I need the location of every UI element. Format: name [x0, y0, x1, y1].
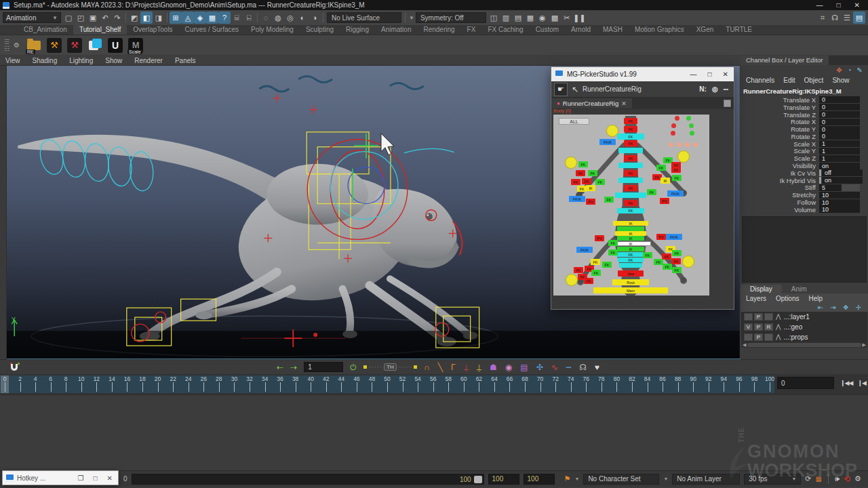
- picker-dot-button[interactable]: [686, 116, 691, 121]
- picker-maximize-button[interactable]: □: [708, 70, 712, 78]
- picker-ctrl-button-fk[interactable]: FK: [595, 179, 605, 185]
- red-character-shelf-icon[interactable]: ⚒: [66, 37, 83, 54]
- maximize-button[interactable]: □: [837, 1, 841, 9]
- shelf-tab-fx-caching[interactable]: FX Caching: [481, 24, 529, 35]
- shelf-tab-tutorial-shelf[interactable]: Tutorial_Shelf: [73, 24, 127, 35]
- move-layer-down-icon[interactable]: ⇥: [830, 304, 835, 311]
- empty-layer-icon[interactable]: ❖: [843, 304, 849, 311]
- timeline-tick[interactable]: [663, 382, 663, 392]
- hotkey-close-button[interactable]: ✕: [107, 474, 113, 482]
- layer-row[interactable]: P⋀...:props: [741, 332, 867, 342]
- shelf-tab-motion-graphics[interactable]: Motion Graphics: [629, 24, 690, 35]
- picker-title-bar[interactable]: MG-PickerStudio v1.99 — □ ✕: [551, 67, 734, 81]
- orange-character-shelf-icon[interactable]: ⚒: [45, 37, 63, 54]
- channel-value-field[interactable]: 10: [819, 206, 860, 213]
- redo-icon[interactable]: ↷: [111, 12, 123, 24]
- heart-icon[interactable]: ♥: [595, 363, 599, 372]
- picker-spine-button[interactable]: FK: [616, 252, 645, 257]
- channel-value-field[interactable]: 10: [819, 192, 860, 199]
- picker-ctrl-button-fk[interactable]: FK: [577, 186, 587, 192]
- picker-ctrl-button-fk[interactable]: FK: [663, 264, 672, 270]
- snap-grid-icon[interactable]: ⊞: [170, 12, 182, 24]
- shelf-tab-rigging[interactable]: Rigging: [340, 24, 375, 35]
- picker-spine-button[interactable]: FK: [624, 200, 637, 206]
- viewport-menu-show[interactable]: Show: [105, 57, 122, 64]
- linear-curve-icon[interactable]: ╲: [438, 363, 443, 372]
- timeline-tick[interactable]: [403, 382, 403, 392]
- timeline-tick[interactable]: [326, 382, 327, 392]
- timeline-tick[interactable]: [265, 382, 266, 392]
- picker-circle-button[interactable]: [606, 125, 618, 137]
- channel-value-field[interactable]: 0: [819, 111, 860, 118]
- channel-box-menu-edit[interactable]: Edit: [783, 77, 795, 84]
- range-slider[interactable]: 100: [132, 474, 484, 485]
- picker-dot-button[interactable]: [671, 131, 675, 136]
- more-icon[interactable]: •••: [566, 365, 571, 369]
- snap-point-icon[interactable]: ◈: [194, 12, 206, 24]
- picker-ctrl-button-pv[interactable]: PV: [595, 235, 604, 241]
- pause-icon[interactable]: ❚❚: [573, 12, 585, 24]
- picker-circle-button[interactable]: [565, 157, 577, 169]
- timeline-tick[interactable]: [724, 382, 724, 392]
- hyperbolic-icon[interactable]: ✎: [857, 66, 863, 75]
- picker-spine-button[interactable]: Root: [612, 279, 649, 285]
- channel-value-field[interactable]: 0: [819, 104, 860, 110]
- history-icon[interactable]: ◎: [284, 12, 296, 24]
- output-ops-icon[interactable]: ◍: [272, 12, 284, 24]
- picker-spine-button[interactable]: FK: [617, 134, 644, 140]
- hotkey-window[interactable]: Hotkey ... ❐ □ ✕: [2, 470, 119, 485]
- timeline-ruler[interactable]: 0246810121416182022242628303234363840424…: [0, 375, 774, 393]
- picker-hand-tool-button[interactable]: ☛: [554, 83, 568, 96]
- animation-end-field[interactable]: 100: [524, 474, 555, 485]
- channel-value-field[interactable]: 0: [819, 126, 860, 133]
- picker-ctrl-button-fk[interactable]: FK: [647, 189, 656, 195]
- minimize-button[interactable]: —: [816, 1, 823, 9]
- picker-spine-button[interactable]: FK: [617, 208, 644, 214]
- animlayer-arrow-icon[interactable]: ▼: [663, 476, 668, 481]
- picker-ctrl-button-ik[interactable]: IK: [660, 178, 670, 184]
- timeline-tick[interactable]: [709, 382, 709, 392]
- channel-value-field[interactable]: 1: [819, 148, 860, 155]
- menu-set-dropdown[interactable]: Animation▼: [3, 12, 61, 23]
- shelf-tab-custom[interactable]: Custom: [530, 24, 565, 35]
- picker-ctrl-button-fk[interactable]: FK: [654, 259, 663, 265]
- construction-icon[interactable]: ◐: [296, 12, 309, 24]
- picker-dot-button[interactable]: [693, 142, 698, 147]
- picker-ctrl-button-fkik[interactable]: FKIK: [569, 196, 585, 202]
- picker-ctrl-button-fk[interactable]: FK: [672, 175, 682, 181]
- shelf-tab-overlaptools[interactable]: OverlapTools: [127, 24, 178, 35]
- picker-ctrl-button-pv[interactable]: PV: [656, 234, 666, 240]
- picker-spine-button[interactable]: FK: [624, 118, 637, 124]
- timeline-tick[interactable]: [189, 382, 189, 392]
- picker-character-tab[interactable]: ● RunnerCreatureRig ✕: [551, 98, 632, 108]
- picker-ctrl-button-fkik[interactable]: FKIK: [667, 190, 684, 197]
- timeline-tick[interactable]: [571, 382, 572, 392]
- re-folder-shelf-icon[interactable]: RE: [25, 37, 43, 54]
- set-key-icon[interactable]: ⚑: [564, 474, 571, 483]
- timeline-tick[interactable]: [311, 382, 311, 392]
- timeline-tick[interactable]: [418, 382, 418, 392]
- picker-close-button[interactable]: ✕: [723, 70, 728, 78]
- character-set-dropdown[interactable]: No Character Set: [583, 474, 659, 485]
- layer-tab-display[interactable]: Display: [741, 285, 782, 293]
- layer-row[interactable]: P⋀...:layer1: [741, 312, 867, 322]
- symmetry-field[interactable]: Symmetry: Off: [416, 12, 486, 23]
- scroll-left-icon[interactable]: ◀: [741, 342, 747, 348]
- light-editor-icon[interactable]: ▩: [549, 12, 561, 24]
- cut-icon[interactable]: ✂: [561, 12, 573, 24]
- picker-ctrl-button-fk[interactable]: FK: [591, 259, 600, 265]
- picker-ctrl-button-fk[interactable]: FK: [662, 253, 671, 260]
- timeline-tick[interactable]: [479, 382, 479, 392]
- open-scene-icon[interactable]: ◰: [75, 12, 87, 24]
- attribute-spread-icon[interactable]: ☰: [841, 12, 853, 24]
- scroll-right-icon[interactable]: ▶: [861, 342, 867, 348]
- channel-value-field[interactable]: 1: [819, 140, 860, 147]
- shelf-tab-sculpting[interactable]: Sculpting: [300, 24, 340, 35]
- range-start-value[interactable]: 0: [123, 475, 127, 483]
- snap-curve-icon[interactable]: ◬: [182, 12, 194, 24]
- picker-spine-button[interactable]: Main: [593, 287, 668, 293]
- shelf-tab-cb-animation[interactable]: CB_Animation: [18, 24, 73, 35]
- new-scene-icon[interactable]: ▢: [62, 12, 75, 24]
- picker-ctrl-button-fk[interactable]: FK: [588, 170, 597, 176]
- picker-panel-button[interactable]: [724, 100, 731, 107]
